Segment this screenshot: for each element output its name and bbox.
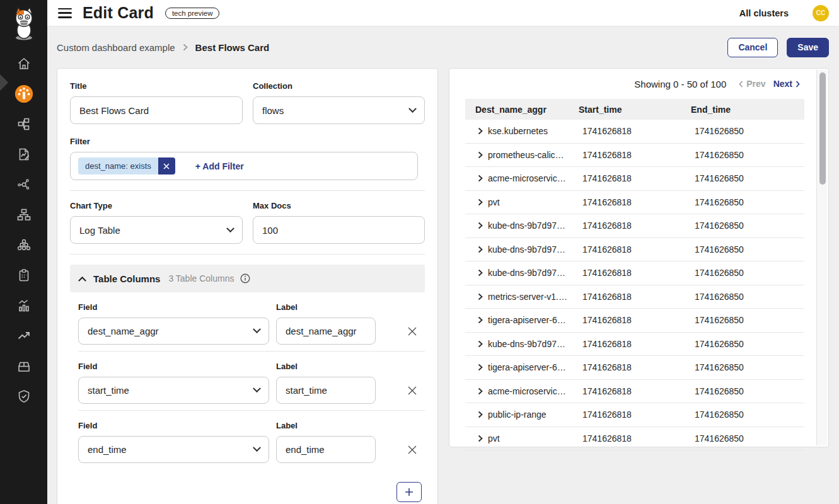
dest-name-cell: acme-microservice… <box>488 386 569 396</box>
sidebar-item-sitemap[interactable] <box>0 200 47 230</box>
end-time-cell: 1741626850 <box>691 268 804 278</box>
prev-page-button[interactable]: Prev <box>739 79 765 89</box>
chart-type-select[interactable]: Log Table <box>70 216 243 244</box>
field-label: Field <box>78 421 269 430</box>
trending-up-icon <box>17 329 31 343</box>
expand-row-chevron-icon[interactable] <box>478 198 483 206</box>
table-row[interactable]: kube-dns-9b7d977f… 1741626818 1741626850 <box>465 214 804 238</box>
table-row[interactable]: acme-microservice… 1741626818 1741626850 <box>465 167 804 191</box>
chevron-right-icon <box>796 81 800 88</box>
table-row[interactable]: pvt 1741626818 1741626850 <box>465 427 804 451</box>
expand-row-chevron-icon[interactable] <box>478 151 483 159</box>
sidebar-item-packages[interactable] <box>0 351 47 381</box>
save-button[interactable]: Save <box>787 38 829 57</box>
expand-row-chevron-icon[interactable] <box>478 340 483 348</box>
menu-button[interactable] <box>58 8 72 18</box>
package-icon <box>17 359 31 373</box>
chevron-down-icon <box>226 224 234 232</box>
table-body: kse.kubernetes 1741626818 1741626850 pro… <box>465 120 804 450</box>
title-input[interactable] <box>70 96 243 124</box>
table-row[interactable]: kube-dns-9b7d977f… 1741626818 1741626850 <box>465 333 804 357</box>
breadcrumb-parent-link[interactable]: Custom dashboard example <box>57 42 175 53</box>
expand-row-chevron-icon[interactable] <box>478 222 483 229</box>
plus-icon <box>405 488 414 496</box>
remove-column-button[interactable] <box>407 386 417 396</box>
max-docs-input[interactable] <box>253 216 425 244</box>
expand-row-chevron-icon[interactable] <box>478 387 483 395</box>
cancel-button[interactable]: Cancel <box>727 38 778 57</box>
table-row[interactable]: pvt 1741626818 1741626850 <box>465 191 804 215</box>
sidebar-item-threat-defense[interactable] <box>0 381 47 411</box>
expand-row-chevron-icon[interactable] <box>478 411 483 418</box>
user-avatar[interactable]: CC <box>813 5 829 21</box>
field-select[interactable]: start_time <box>78 377 269 404</box>
label-input[interactable] <box>276 436 376 463</box>
sidebar-item-statistics[interactable] <box>0 290 47 321</box>
start-time-cell: 1741626818 <box>579 315 691 325</box>
sitemap-icon <box>17 208 31 222</box>
table-row[interactable]: tigera-apiserver-6b… 1741626818 17416268… <box>465 356 804 380</box>
dest-name-cell: tigera-apiserver-6b… <box>488 315 569 325</box>
collection-label: Collection <box>253 81 425 91</box>
table-row[interactable]: prometheus-calico… 1741626818 1741626850 <box>465 144 804 168</box>
divider <box>70 190 425 191</box>
next-page-button[interactable]: Next <box>773 79 800 89</box>
field-select[interactable]: end_time <box>78 436 269 463</box>
clipboard-icon <box>17 268 31 282</box>
expand-row-chevron-icon[interactable] <box>478 246 483 253</box>
sidebar-item-trends[interactable] <box>0 321 47 351</box>
expand-row-chevron-icon[interactable] <box>478 435 483 442</box>
remove-column-button[interactable] <box>407 445 417 455</box>
home-icon <box>17 57 31 71</box>
label-label: Label <box>276 421 376 430</box>
label-label: Label <box>276 302 376 312</box>
dest-name-cell: kube-dns-9b7d977f… <box>488 220 569 231</box>
sidebar-item-compliance[interactable] <box>0 260 47 290</box>
expand-row-chevron-icon[interactable] <box>478 269 483 277</box>
label-label: Label <box>276 362 376 371</box>
add-column-button[interactable] <box>396 482 422 502</box>
dest-name-cell: metrics-server-v1.3… <box>488 292 569 302</box>
dest-name-cell: pvt <box>488 197 500 207</box>
start-time-cell: 1741626818 <box>579 410 691 420</box>
expand-row-chevron-icon[interactable] <box>478 316 483 324</box>
sidebar-item-home[interactable] <box>0 49 47 79</box>
add-filter-link[interactable]: + Add Filter <box>195 161 244 171</box>
topology-icon <box>17 117 31 131</box>
filter-chip-remove-button[interactable] <box>158 158 175 175</box>
sidebar-item-cluster[interactable] <box>0 230 47 260</box>
remove-column-button[interactable] <box>407 326 417 336</box>
label-input[interactable] <box>276 318 376 345</box>
scrollbar-thumb[interactable] <box>819 72 826 185</box>
sidebar-item-service-graph[interactable] <box>0 169 47 200</box>
max-docs-label: Max Docs <box>253 201 425 210</box>
table-row[interactable]: kse.kubernetes 1741626818 1741626850 <box>465 120 804 144</box>
table-columns-header[interactable]: Table Columns 3 Table Columns <box>70 265 425 292</box>
expand-row-chevron-icon[interactable] <box>478 293 483 301</box>
sidebar-item-dashboard[interactable] <box>0 79 47 109</box>
table-row[interactable]: kube-dns-9b7d977f… 1741626818 1741626850 <box>465 238 804 262</box>
table-row[interactable]: kube-dns-9b7d977f… 1741626818 1741626850 <box>465 261 804 285</box>
start-time-cell: 1741626818 <box>579 362 691 372</box>
label-input[interactable] <box>276 377 376 404</box>
expand-row-chevron-icon[interactable] <box>478 364 483 371</box>
field-select[interactable]: dest_name_aggr <box>78 318 269 345</box>
calico-logo[interactable] <box>0 0 47 48</box>
expand-row-chevron-icon[interactable] <box>478 175 483 182</box>
table-row[interactable]: public-ip-range 1741626818 1741626850 <box>465 403 804 427</box>
info-icon[interactable] <box>240 273 250 284</box>
table-row[interactable]: tigera-apiserver-6b… 1741626818 17416268… <box>465 309 804 333</box>
table-row[interactable]: acme-microservice… 1741626818 1741626850 <box>465 380 804 404</box>
expand-row-chevron-icon[interactable] <box>478 127 483 135</box>
table-columns-count: 3 Table Columns <box>168 273 234 284</box>
sidebar-item-reports[interactable] <box>0 139 47 169</box>
divider <box>78 410 425 411</box>
all-clusters-selector[interactable]: All clusters <box>739 8 789 18</box>
chevron-down-icon <box>253 444 261 452</box>
filter-box[interactable]: dest_name: exists + Add Filter <box>70 152 418 180</box>
page-title: Edit Card <box>83 4 154 22</box>
collection-select[interactable]: flows <box>253 96 425 124</box>
table-row[interactable]: metrics-server-v1.3… 1741626818 17416268… <box>465 285 804 309</box>
end-time-cell: 1741626850 <box>691 315 804 325</box>
sidebar-item-topology[interactable] <box>0 109 47 139</box>
